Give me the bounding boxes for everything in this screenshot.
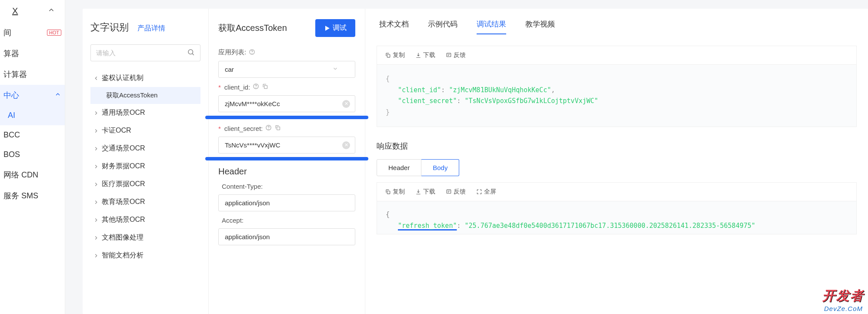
nav-label: 服务 SMS <box>3 190 61 201</box>
tree-label: 财务票据OCR <box>102 162 145 171</box>
tree-item-access-token[interactable]: 获取AccessToken <box>90 87 200 104</box>
client-id-label: *client_id: <box>218 83 355 91</box>
help-icon[interactable] <box>249 49 255 57</box>
feedback-icon <box>446 52 452 58</box>
tree-group-doc-image[interactable]: 文档图像处理 <box>90 229 200 247</box>
nav-item-calc2[interactable]: 计算器 <box>0 64 65 85</box>
tree-group-other-ocr[interactable]: 其他场景OCR <box>90 211 200 229</box>
tab-tech-doc[interactable]: 技术文档 <box>379 19 409 34</box>
tree-group-smart-doc[interactable]: 智能文档分析 <box>90 247 200 264</box>
content-type-label: Content-Type: <box>222 183 355 190</box>
nav-label: BCC <box>3 130 61 140</box>
chevron-right-icon <box>93 110 102 116</box>
tree-group-medical-ocr[interactable]: 医疗票据OCR <box>90 175 200 193</box>
content-type-input[interactable] <box>218 194 355 211</box>
nav-item-bcc[interactable]: BCC <box>0 125 65 145</box>
product-detail-link[interactable]: 产品详情 <box>137 24 165 33</box>
nav-item-calc1[interactable]: 算器 <box>0 43 65 64</box>
nav-item-center[interactable]: 中心 <box>0 85 65 106</box>
tab-sample-code[interactable]: 示例代码 <box>428 19 457 34</box>
accept-input[interactable] <box>218 228 355 245</box>
result-tabs: 技术文档 示例代码 调试结果 教学视频 <box>377 19 857 34</box>
debug-button[interactable]: 调试 <box>315 19 355 37</box>
tree-group-auth[interactable]: 鉴权认证机制 <box>90 69 200 87</box>
chevron-right-icon <box>93 199 102 205</box>
svg-rect-7 <box>264 86 267 89</box>
collapse-icon[interactable] <box>47 6 55 16</box>
response-toolbar: 复制 下载 反馈 全屏 <box>377 182 857 201</box>
seg-header[interactable]: Header <box>377 159 421 176</box>
copy-icon[interactable] <box>274 124 281 132</box>
nav-item-bos[interactable]: BOS <box>0 145 65 164</box>
search-input[interactable] <box>96 49 187 57</box>
accept-label: Accept: <box>222 217 355 224</box>
help-icon[interactable] <box>265 124 272 132</box>
chevron-up-icon <box>54 91 61 100</box>
clear-icon[interactable]: ✕ <box>342 141 350 149</box>
highlight-underline <box>205 116 368 119</box>
help-icon[interactable] <box>253 83 259 91</box>
tree-label: 交通场景OCR <box>102 144 145 153</box>
tree-group-finance-ocr[interactable]: 财务票据OCR <box>90 157 200 175</box>
response-segment: Header Body <box>377 159 857 176</box>
tree-group-card-ocr[interactable]: 卡证OCR <box>90 122 200 140</box>
tree-label: 教育场景OCR <box>102 197 145 207</box>
tree-group-edu-ocr[interactable]: 教育场景OCR <box>90 193 200 211</box>
nav-label: 算器 <box>3 48 61 59</box>
download-icon <box>415 189 421 195</box>
tree-label: 通用场景OCR <box>102 108 145 117</box>
form-column: 获取AccessToken 调试 应用列表: car *client_id: <box>209 9 365 314</box>
svg-rect-13 <box>387 191 390 194</box>
nav-label: 间 <box>3 27 44 38</box>
form-title: 获取AccessToken <box>218 22 315 34</box>
nav-item-time[interactable]: 间 HOT <box>0 22 65 43</box>
chevron-right-icon <box>93 253 102 259</box>
tree-label: 其他场景OCR <box>102 215 145 224</box>
nav-item-sms[interactable]: 服务 SMS <box>0 185 65 206</box>
tab-debug-result[interactable]: 调试结果 <box>477 19 506 34</box>
download-button[interactable]: 下载 <box>415 188 435 196</box>
request-json-box: { "client_id": "zjMcvM81BUkNuVqHqhokKeCc… <box>377 64 857 127</box>
feedback-icon <box>446 189 452 195</box>
svg-rect-14 <box>447 190 451 193</box>
nav-item-ai[interactable]: AI <box>0 106 65 125</box>
search-box[interactable] <box>90 44 200 61</box>
app-list-label: 应用列表: <box>218 48 355 57</box>
tree-label: 文档图像处理 <box>102 233 144 242</box>
clear-icon[interactable]: ✕ <box>342 100 350 108</box>
client-id-input[interactable] <box>218 95 355 112</box>
api-tree-column: 文字识别 产品详情 鉴权认证机制 获取AccessToken 通用场景OCR 卡… <box>83 9 209 314</box>
tree-group-traffic-ocr[interactable]: 交通场景OCR <box>90 140 200 157</box>
nav-item-cdn[interactable]: 网络 CDN <box>0 164 65 185</box>
seg-body[interactable]: Body <box>421 159 459 176</box>
chevron-right-icon <box>93 235 102 241</box>
search-icon[interactable] <box>187 48 195 57</box>
tab-video[interactable]: 教学视频 <box>525 19 555 34</box>
fullscreen-button[interactable]: 全屏 <box>476 188 496 196</box>
svg-rect-11 <box>387 54 390 57</box>
tree-group-general-ocr[interactable]: 通用场景OCR <box>90 104 200 122</box>
app-list-select[interactable]: car <box>218 61 355 78</box>
copy-icon[interactable] <box>262 83 268 91</box>
chevron-down-icon <box>332 66 338 73</box>
response-title: 响应数据 <box>377 141 857 151</box>
copy-icon <box>385 52 391 58</box>
tree-label: 智能文档分析 <box>102 251 144 260</box>
feedback-button[interactable]: 反馈 <box>446 51 466 59</box>
request-toolbar: 复制 下载 反馈 <box>377 46 857 64</box>
highlight-underline <box>205 157 368 160</box>
feedback-button[interactable]: 反馈 <box>446 188 466 196</box>
tree-title: 文字识别 <box>90 21 129 34</box>
nav-label: AI <box>8 111 61 120</box>
copy-button[interactable]: 复制 <box>385 188 405 196</box>
svg-rect-10 <box>277 127 280 130</box>
left-sidebar: X 间 HOT 算器 计算器 中心 AI BCC BOS 网络 CDN 服务 S… <box>0 0 65 314</box>
svg-point-9 <box>268 129 269 129</box>
download-button[interactable]: 下载 <box>415 51 435 59</box>
chevron-right-icon <box>93 217 102 223</box>
client-secret-input[interactable] <box>218 137 355 154</box>
copy-button[interactable]: 复制 <box>385 51 405 59</box>
close-x-icon[interactable]: X <box>10 6 18 16</box>
app-list-value: car <box>225 66 234 73</box>
nav-label: BOS <box>3 150 61 159</box>
